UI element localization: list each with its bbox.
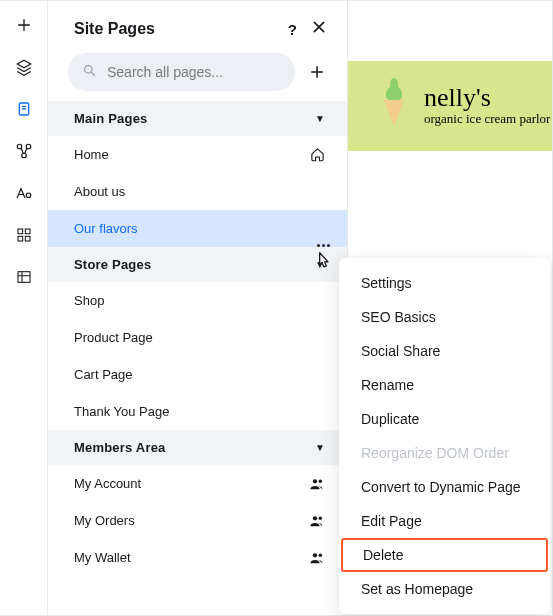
page-context-menu: SettingsSEO BasicsSocial ShareRenameDupl… bbox=[339, 258, 550, 614]
chevron-down-icon: ▼ bbox=[315, 259, 325, 270]
svg-point-12 bbox=[319, 479, 322, 482]
svg-rect-8 bbox=[25, 236, 30, 241]
section-header[interactable]: Store Pages▼ bbox=[48, 247, 347, 282]
hero-title: nelly's bbox=[424, 85, 550, 111]
page-item[interactable]: Our flavors bbox=[48, 210, 347, 247]
section-header[interactable]: Members Area▼ bbox=[48, 430, 347, 465]
svg-point-4 bbox=[26, 193, 31, 198]
help-icon[interactable]: ? bbox=[288, 21, 297, 38]
page-item-label: My Wallet bbox=[74, 550, 131, 565]
panel-title: Site Pages bbox=[74, 20, 155, 38]
members-icon bbox=[309, 477, 325, 491]
svg-rect-7 bbox=[18, 236, 23, 241]
svg-point-11 bbox=[313, 479, 317, 483]
chevron-down-icon: ▼ bbox=[315, 442, 325, 453]
context-menu-item[interactable]: Social Share bbox=[339, 334, 550, 368]
page-item[interactable]: Home bbox=[48, 136, 347, 173]
context-menu-item[interactable]: Rename bbox=[339, 368, 550, 402]
hero-banner: nelly's organic ice cream parlor bbox=[348, 61, 552, 151]
page-item[interactable]: My Wallet bbox=[48, 539, 347, 576]
search-input-wrapper[interactable] bbox=[68, 53, 295, 91]
context-menu-item: Reorganize DOM Order bbox=[339, 436, 550, 470]
page-item[interactable]: My Orders bbox=[48, 502, 347, 539]
context-menu-item[interactable]: Duplicate bbox=[339, 402, 550, 436]
page-item-label: Our flavors bbox=[74, 221, 138, 236]
search-input[interactable] bbox=[107, 64, 281, 80]
ice-cream-icon bbox=[378, 86, 410, 126]
app-market-icon[interactable] bbox=[14, 141, 34, 161]
page-item-label: Thank You Page bbox=[74, 404, 169, 419]
page-item[interactable]: About us bbox=[48, 173, 347, 210]
svg-point-14 bbox=[319, 516, 322, 519]
home-icon bbox=[310, 147, 325, 162]
chevron-down-icon: ▼ bbox=[315, 113, 325, 124]
layers-icon[interactable] bbox=[14, 57, 34, 77]
apps-grid-icon[interactable] bbox=[14, 225, 34, 245]
page-item-label: About us bbox=[74, 184, 125, 199]
context-menu-item[interactable]: Edit Page bbox=[339, 504, 550, 538]
typography-icon[interactable] bbox=[14, 183, 34, 203]
left-toolbar bbox=[0, 1, 48, 615]
site-pages-panel: Site Pages ? Main Pages▼HomeAbout usOur … bbox=[48, 1, 348, 615]
svg-rect-6 bbox=[25, 229, 30, 234]
page-item[interactable]: Cart Page bbox=[48, 356, 347, 393]
svg-point-13 bbox=[313, 516, 317, 520]
page-item-label: My Orders bbox=[74, 513, 135, 528]
cms-icon[interactable] bbox=[14, 267, 34, 287]
context-menu-item[interactable]: Set as Homepage bbox=[339, 572, 550, 606]
pages-icon[interactable] bbox=[14, 99, 34, 119]
page-item[interactable]: Shop bbox=[48, 282, 347, 319]
page-item-label: Product Page bbox=[74, 330, 153, 345]
page-item-label: My Account bbox=[74, 476, 141, 491]
context-menu-item[interactable]: Delete bbox=[341, 538, 548, 572]
members-icon bbox=[309, 514, 325, 528]
search-icon bbox=[82, 63, 97, 82]
page-item[interactable]: Product Page bbox=[48, 319, 347, 356]
svg-point-16 bbox=[319, 553, 322, 556]
page-item-label: Shop bbox=[74, 293, 104, 308]
add-page-button[interactable] bbox=[303, 58, 331, 86]
svg-point-15 bbox=[313, 553, 317, 557]
svg-rect-9 bbox=[18, 272, 30, 283]
svg-rect-5 bbox=[18, 229, 23, 234]
section-header[interactable]: Main Pages▼ bbox=[48, 101, 347, 136]
members-icon bbox=[309, 551, 325, 565]
svg-point-10 bbox=[85, 65, 93, 73]
hero-subtitle: organic ice cream parlor bbox=[424, 111, 550, 127]
page-item[interactable]: Thank You Page bbox=[48, 393, 347, 430]
context-menu-item[interactable]: Settings bbox=[339, 266, 550, 300]
page-item[interactable]: My Account bbox=[48, 465, 347, 502]
svg-point-3 bbox=[21, 153, 26, 158]
context-menu-item[interactable]: Convert to Dynamic Page bbox=[339, 470, 550, 504]
page-item-label: Home bbox=[74, 147, 109, 162]
context-menu-item[interactable]: SEO Basics bbox=[339, 300, 550, 334]
close-icon[interactable] bbox=[311, 19, 327, 39]
page-item-label: Cart Page bbox=[74, 367, 133, 382]
plus-icon[interactable] bbox=[14, 15, 34, 35]
